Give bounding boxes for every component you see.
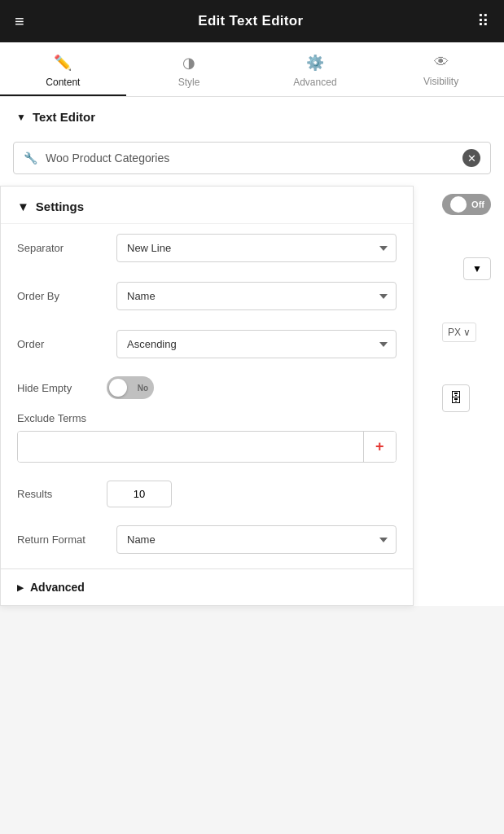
database-icon: 🗄 bbox=[449, 391, 462, 406]
background-controls: Off ▼ PX ∨ 🗄 bbox=[442, 194, 491, 412]
order-control[interactable]: Ascending Descending bbox=[116, 330, 397, 358]
results-label: Results bbox=[17, 488, 107, 500]
exclude-terms-section: Exclude Terms + bbox=[1, 407, 413, 472]
off-toggle[interactable]: Off bbox=[442, 194, 491, 215]
section-title: Text Editor bbox=[33, 110, 95, 124]
orderby-row: Order By Name ID Count Slug bbox=[1, 272, 413, 320]
hide-empty-label: Hide Empty bbox=[17, 382, 107, 394]
eye-icon: 👁 bbox=[434, 54, 449, 71]
hide-empty-toggle-label: No bbox=[138, 384, 148, 393]
tabs-bar: ✏️ Content ◑ Style ⚙️ Advanced 👁 Visibil… bbox=[0, 42, 504, 97]
hamburger-icon[interactable]: ≡ bbox=[15, 12, 24, 31]
page-container: ≡ Edit Text Editor ⠿ ✏️ Content ◑ Style … bbox=[0, 0, 504, 834]
exclude-terms-label: Exclude Terms bbox=[17, 412, 397, 424]
search-bar[interactable]: 🔧 Woo Product Categories ✕ bbox=[13, 142, 491, 174]
tab-advanced[interactable]: ⚙️ Advanced bbox=[252, 42, 379, 96]
advanced-arrow-icon: ▶ bbox=[17, 583, 24, 592]
add-term-button[interactable]: + bbox=[363, 432, 396, 462]
dropdown-arrow-icon: ▼ bbox=[472, 263, 482, 274]
tab-style[interactable]: ◑ Style bbox=[126, 42, 252, 96]
results-row: Results bbox=[1, 472, 413, 516]
gear-icon: ⚙️ bbox=[306, 54, 324, 72]
separator-row: Separator New Line Comma Space Pipe bbox=[1, 224, 413, 272]
search-value: Woo Product Categories bbox=[46, 151, 462, 165]
tab-content[interactable]: ✏️ Content bbox=[0, 42, 126, 96]
advanced-label: Advanced bbox=[30, 581, 85, 594]
toggle-off-label: Off bbox=[471, 200, 484, 209]
separator-label: Separator bbox=[17, 242, 107, 254]
small-dropdown[interactable]: ▼ bbox=[463, 257, 491, 280]
orderby-label: Order By bbox=[17, 290, 107, 302]
navbar: ≡ Edit Text Editor ⠿ bbox=[0, 0, 504, 42]
order-row: Order Ascending Descending bbox=[1, 320, 413, 368]
exclude-input-row: + bbox=[17, 431, 397, 463]
exclude-terms-input[interactable] bbox=[18, 432, 363, 462]
collapse-arrow[interactable]: ▼ bbox=[16, 112, 26, 123]
tab-advanced-label: Advanced bbox=[293, 77, 336, 88]
tab-style-label: Style bbox=[178, 77, 200, 88]
hide-empty-toggle[interactable]: No bbox=[107, 376, 154, 399]
separator-control[interactable]: New Line Comma Space Pipe bbox=[116, 234, 397, 262]
return-format-control[interactable]: Name ID Slug bbox=[116, 525, 397, 554]
tab-visibility-label: Visibility bbox=[423, 76, 458, 87]
clear-search-button[interactable]: ✕ bbox=[462, 149, 480, 167]
order-select[interactable]: Ascending Descending bbox=[116, 330, 397, 358]
close-icon: ✕ bbox=[467, 152, 476, 165]
page-title: Edit Text Editor bbox=[198, 13, 303, 29]
orderby-control[interactable]: Name ID Count Slug bbox=[116, 282, 397, 310]
content-area: Off ▼ PX ∨ 🗄 bbox=[0, 186, 504, 606]
settings-title: Settings bbox=[36, 200, 84, 213]
toggle-knob bbox=[450, 196, 467, 213]
advanced-section[interactable]: ▶ Advanced bbox=[1, 568, 413, 605]
pencil-icon: ✏️ bbox=[54, 54, 72, 72]
db-icon-button[interactable]: 🗄 bbox=[442, 384, 470, 412]
tab-visibility[interactable]: 👁 Visibility bbox=[378, 42, 504, 96]
main-content: ▼ Text Editor 🔧 Woo Product Categories ✕… bbox=[0, 97, 504, 606]
px-selector[interactable]: PX ∨ bbox=[442, 323, 476, 342]
return-format-select[interactable]: Name ID Slug bbox=[116, 525, 397, 554]
grid-icon[interactable]: ⠿ bbox=[477, 11, 489, 31]
settings-panel: ▼ Settings Separator New Line Comma Spac… bbox=[0, 186, 414, 606]
wrench-icon: 🔧 bbox=[24, 151, 37, 165]
section-header: ▼ Text Editor bbox=[0, 97, 504, 137]
hide-empty-row: Hide Empty No bbox=[1, 368, 413, 407]
style-icon: ◑ bbox=[182, 54, 195, 72]
separator-select[interactable]: New Line Comma Space Pipe bbox=[116, 234, 397, 262]
hide-empty-knob bbox=[109, 379, 127, 397]
order-label: Order bbox=[17, 338, 107, 350]
plus-icon: + bbox=[375, 438, 384, 455]
settings-header: ▼ Settings bbox=[1, 187, 413, 224]
tab-content-label: Content bbox=[46, 77, 80, 88]
orderby-select[interactable]: Name ID Count Slug bbox=[116, 282, 397, 310]
return-format-label: Return Format bbox=[17, 533, 107, 546]
settings-collapse-arrow[interactable]: ▼ bbox=[17, 200, 29, 213]
results-input[interactable] bbox=[107, 481, 172, 507]
return-format-row: Return Format Name ID Slug bbox=[1, 516, 413, 568]
